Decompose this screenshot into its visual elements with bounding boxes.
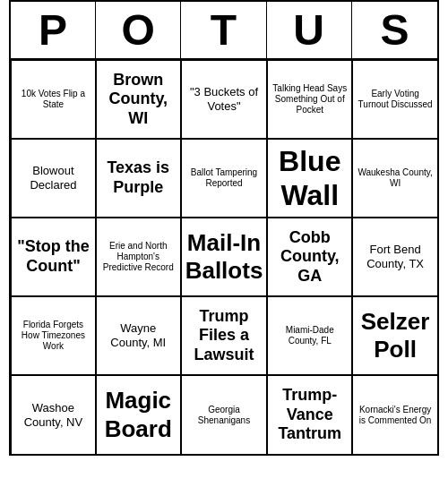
bingo-cell-23[interactable]: Trump-Vance Tantrum xyxy=(267,375,352,454)
cell-text-1: Brown County, WI xyxy=(100,71,177,129)
cell-text-15: Florida Forgets How Timezones Work xyxy=(15,320,91,352)
cell-text-19: Selzer Poll xyxy=(357,308,434,363)
cell-text-12: Mail-In Ballots xyxy=(185,229,263,285)
cell-text-17: Trump Files a Lawsuit xyxy=(185,307,263,365)
cell-text-20: Washoe County, NV xyxy=(15,401,91,429)
cell-text-8: Blue Wall xyxy=(271,144,348,213)
bingo-cell-2[interactable]: "3 Buckets of Votes" xyxy=(181,60,268,139)
bingo-cell-9[interactable]: Waukesha County, WI xyxy=(352,139,437,218)
cell-text-14: Fort Bend County, TX xyxy=(357,243,434,270)
bingo-cell-18[interactable]: Miami-Dade County, FL xyxy=(267,296,352,375)
cell-text-11: Erie and North Hampton's Predictive Reco… xyxy=(100,241,177,273)
bingo-header: POTUS xyxy=(11,2,437,60)
cell-text-23: Trump-Vance Tantrum xyxy=(271,386,348,444)
cell-text-10: "Stop the Count" xyxy=(15,237,91,276)
cell-text-22: Georgia Shenanigans xyxy=(185,405,263,426)
bingo-grid: 10k Votes Flip a StateBrown County, WI"3… xyxy=(11,60,437,454)
bingo-cell-10[interactable]: "Stop the Count" xyxy=(11,218,96,296)
cell-text-18: Miami-Dade County, FL xyxy=(271,325,348,346)
bingo-cell-13[interactable]: Cobb County, GA xyxy=(267,218,352,296)
header-letter-o: O xyxy=(96,2,181,58)
bingo-cell-17[interactable]: Trump Files a Lawsuit xyxy=(181,296,268,375)
bingo-cell-16[interactable]: Wayne County, MI xyxy=(96,296,181,375)
header-letter-t: T xyxy=(181,2,266,58)
bingo-cell-5[interactable]: Blowout Declared xyxy=(11,139,96,218)
bingo-cell-7[interactable]: Ballot Tampering Reported xyxy=(181,139,268,218)
header-letter-p: P xyxy=(11,2,96,58)
bingo-cell-21[interactable]: Magic Board xyxy=(96,375,181,454)
cell-text-3: Talking Head Says Something Out of Pocke… xyxy=(271,83,348,115)
bingo-cell-11[interactable]: Erie and North Hampton's Predictive Reco… xyxy=(96,218,181,296)
cell-text-21: Magic Board xyxy=(100,387,177,442)
bingo-cell-3[interactable]: Talking Head Says Something Out of Pocke… xyxy=(267,60,352,139)
header-letter-s: S xyxy=(352,2,437,58)
cell-text-7: Ballot Tampering Reported xyxy=(185,167,263,189)
bingo-cell-15[interactable]: Florida Forgets How Timezones Work xyxy=(11,296,96,375)
bingo-cell-14[interactable]: Fort Bend County, TX xyxy=(352,218,437,296)
bingo-cell-24[interactable]: Kornacki's Energy is Commented On xyxy=(352,375,437,454)
bingo-cell-22[interactable]: Georgia Shenanigans xyxy=(181,375,268,454)
bingo-cell-8[interactable]: Blue Wall xyxy=(267,139,352,218)
cell-text-9: Waukesha County, WI xyxy=(357,167,434,189)
cell-text-24: Kornacki's Energy is Commented On xyxy=(357,405,434,426)
cell-text-0: 10k Votes Flip a State xyxy=(15,89,91,110)
header-letter-u: U xyxy=(267,2,352,58)
cell-text-5: Blowout Declared xyxy=(15,164,91,192)
bingo-cell-6[interactable]: Texas is Purple xyxy=(96,139,181,218)
bingo-cell-20[interactable]: Washoe County, NV xyxy=(11,375,96,454)
bingo-cell-12[interactable]: Mail-In Ballots xyxy=(181,218,268,296)
cell-text-6: Texas is Purple xyxy=(100,158,177,197)
cell-text-2: "3 Buckets of Votes" xyxy=(185,85,263,113)
bingo-card: POTUS 10k Votes Flip a StateBrown County… xyxy=(9,0,439,456)
cell-text-4: Early Voting Turnout Discussed xyxy=(357,89,434,110)
bingo-cell-19[interactable]: Selzer Poll xyxy=(352,296,437,375)
cell-text-16: Wayne County, MI xyxy=(100,321,177,349)
bingo-cell-1[interactable]: Brown County, WI xyxy=(96,60,181,139)
bingo-cell-4[interactable]: Early Voting Turnout Discussed xyxy=(352,60,437,139)
cell-text-13: Cobb County, GA xyxy=(271,228,348,286)
bingo-cell-0[interactable]: 10k Votes Flip a State xyxy=(11,60,96,139)
